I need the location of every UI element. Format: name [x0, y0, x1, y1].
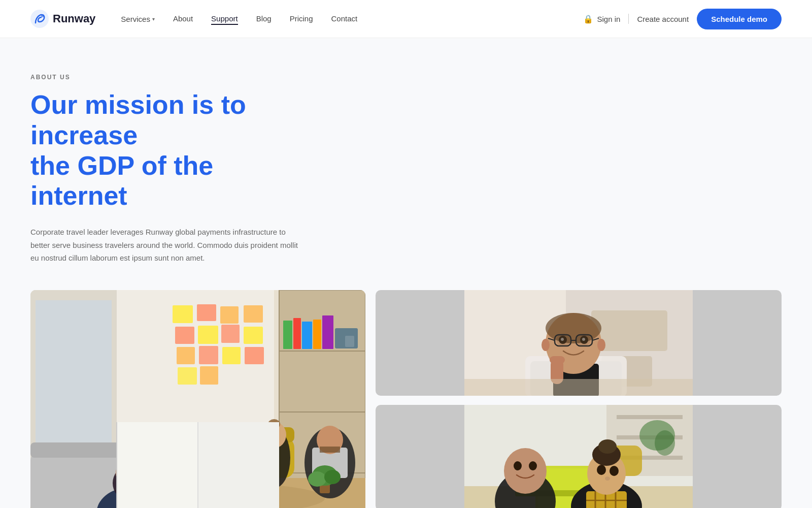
schedule-demo-button[interactable]: Schedule demo — [697, 9, 782, 29]
nav-link-about[interactable]: About — [173, 14, 193, 23]
photo-small-top-svg — [376, 290, 782, 396]
svg-rect-12 — [244, 305, 263, 323]
svg-rect-13 — [244, 327, 263, 344]
svg-rect-14 — [177, 347, 195, 364]
svg-rect-56 — [117, 422, 198, 508]
svg-point-70 — [542, 339, 550, 351]
nav-link-contact[interactable]: Contact — [331, 14, 358, 23]
svg-point-82 — [582, 338, 585, 341]
svg-rect-85 — [464, 379, 693, 396]
svg-point-1 — [41, 14, 44, 17]
svg-point-55 — [324, 470, 341, 484]
svg-point-112 — [598, 439, 617, 454]
svg-rect-19 — [200, 366, 218, 385]
nav-link-services[interactable]: Services ▾ — [121, 15, 155, 23]
eyebrow-label: ABOUT US — [30, 74, 782, 81]
nav-item-blog[interactable]: Blog — [256, 14, 272, 23]
brand-name: Runway — [53, 12, 95, 25]
nav-item-pricing[interactable]: Pricing — [290, 14, 313, 23]
photos-grid — [30, 290, 782, 508]
svg-point-102 — [529, 461, 537, 470]
logo-link[interactable]: Runway — [30, 10, 95, 28]
nav-item-support[interactable]: Support — [211, 14, 238, 23]
photo-large-svg — [30, 290, 365, 508]
photo-small-top — [376, 290, 782, 396]
svg-rect-6 — [173, 305, 193, 323]
svg-point-0 — [30, 10, 49, 28]
svg-rect-25 — [283, 321, 292, 349]
photo-right-stack — [376, 290, 782, 508]
nav-item-contact[interactable]: Contact — [331, 14, 358, 23]
nav-link-blog[interactable]: Blog — [256, 14, 272, 23]
svg-point-81 — [561, 338, 564, 341]
create-account-link[interactable]: Create account — [637, 15, 689, 23]
sign-in-link[interactable]: Sign in — [597, 15, 621, 23]
svg-rect-50 — [320, 447, 340, 453]
photo-small-bottom — [376, 405, 782, 508]
nav-link-pricing[interactable]: Pricing — [290, 14, 313, 23]
svg-rect-16 — [222, 347, 241, 364]
svg-rect-57 — [198, 422, 279, 508]
svg-point-101 — [514, 461, 522, 470]
svg-rect-7 — [197, 304, 216, 321]
svg-rect-31 — [345, 336, 354, 347]
svg-rect-88 — [617, 415, 683, 419]
svg-point-113 — [597, 465, 606, 475]
svg-rect-10 — [198, 326, 218, 344]
svg-rect-27 — [302, 322, 312, 349]
svg-point-54 — [308, 471, 326, 487]
svg-rect-15 — [199, 346, 218, 364]
mission-heading: Our mission is to increase the GDP of th… — [30, 90, 315, 211]
svg-rect-18 — [178, 367, 197, 385]
navbar: Runway Services ▾ About Support — [0, 0, 812, 38]
logo-icon — [30, 10, 49, 28]
navbar-left: Runway Services ▾ About Support — [30, 10, 357, 28]
svg-point-115 — [605, 477, 610, 481]
svg-point-69 — [546, 313, 601, 343]
svg-rect-9 — [175, 327, 194, 344]
svg-rect-8 — [220, 306, 239, 324]
photo-small-bottom-svg — [376, 405, 782, 508]
mission-description: Corporate travel leader leverages Runway… — [30, 226, 304, 265]
svg-rect-29 — [322, 315, 333, 349]
svg-rect-26 — [293, 318, 301, 349]
main-content: ABOUT US Our mission is to increase the … — [0, 38, 812, 508]
svg-point-71 — [597, 339, 605, 351]
svg-point-93 — [655, 430, 675, 456]
svg-rect-17 — [245, 347, 264, 364]
photo-large — [30, 290, 365, 508]
svg-rect-11 — [221, 325, 240, 343]
chevron-down-icon: ▾ — [152, 16, 155, 22]
nav-divider — [628, 14, 629, 24]
sign-in-wrapper: 🔒 Sign in — [583, 14, 621, 24]
nav-item-about[interactable]: About — [173, 14, 193, 23]
lock-icon: 🔒 — [583, 14, 593, 24]
navbar-right: 🔒 Sign in Create account Schedule demo — [583, 9, 782, 29]
svg-point-114 — [610, 466, 619, 476]
svg-rect-28 — [313, 320, 321, 349]
nav-link-support[interactable]: Support — [211, 14, 238, 25]
svg-rect-84 — [550, 356, 565, 364]
svg-point-100 — [510, 454, 540, 486]
nav-item-services[interactable]: Services ▾ — [121, 15, 155, 23]
nav-links: Services ▾ About Support Blog — [121, 14, 357, 23]
